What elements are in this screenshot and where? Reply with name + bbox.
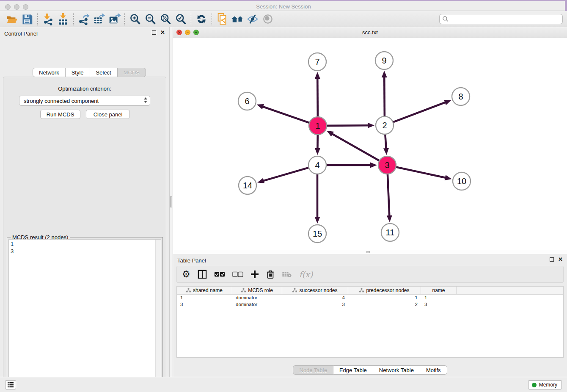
import-network-button[interactable]: [40, 12, 55, 26]
graph-edge-arrowhead: [444, 100, 451, 105]
table-row[interactable]: 1dominator411: [177, 295, 563, 301]
table-cell[interactable]: 3: [177, 301, 232, 308]
close-panel-icon[interactable]: ✕: [160, 30, 165, 35]
mcds-tab-content: Optimization criterion: strongly connect…: [3, 77, 166, 392]
table-cell[interactable]: 3: [421, 301, 457, 308]
table-cell[interactable]: 2: [348, 301, 421, 308]
table-cell[interactable]: 1: [348, 295, 421, 301]
header-filler: [457, 287, 563, 294]
delete-column-icon[interactable]: [266, 269, 275, 280]
table-cell[interactable]: dominator: [232, 301, 282, 308]
memory-button[interactable]: Memory: [528, 380, 562, 389]
zoom-selected-button[interactable]: [173, 12, 188, 26]
float-panel-icon[interactable]: [152, 30, 156, 35]
graph-edge-3-11[interactable]: [388, 174, 389, 216]
column-header-MCDS-role[interactable]: MCDS role: [232, 287, 282, 294]
mcds-result-text[interactable]: 13: [8, 239, 161, 391]
table-panel: Table Panel ✕ ⚙: [173, 254, 567, 377]
tab-style[interactable]: Style: [66, 68, 90, 77]
column-header-label: successor nodes: [299, 287, 337, 293]
network-graph-canvas[interactable]: 7968124314101511: [173, 38, 567, 250]
graph-edge-1-7[interactable]: [317, 78, 318, 117]
open-session-button[interactable]: [4, 12, 19, 26]
table-cell[interactable]: 1: [421, 295, 457, 301]
apply-layout-button[interactable]: [194, 12, 209, 26]
settings-gear-icon[interactable]: ⚙: [182, 269, 190, 280]
hide-selected-button[interactable]: [245, 12, 260, 26]
import-network-icon: [41, 13, 54, 25]
graph-node-label: 2: [382, 121, 387, 130]
tab-mcds[interactable]: MCDS: [118, 68, 146, 77]
float-panel-icon[interactable]: [550, 257, 554, 262]
export-network-button[interactable]: [76, 12, 91, 26]
column-header-shared-name[interactable]: shared name: [177, 287, 232, 294]
new-network-from-selection-button[interactable]: [215, 12, 230, 26]
graph-edge-arrowhead: [445, 175, 452, 180]
table-row[interactable]: 3dominator323: [177, 301, 563, 308]
column-header-successor-nodes[interactable]: successor nodes: [282, 287, 348, 294]
toolbar-separator: [73, 13, 74, 25]
column-header-label: name: [432, 287, 445, 293]
run-mcds-button[interactable]: Run MCDS: [40, 110, 80, 119]
graph-edge-2-9[interactable]: [384, 77, 385, 116]
column-header-name[interactable]: name: [421, 287, 457, 294]
column-header-label: MCDS role: [248, 287, 273, 293]
show-all-button[interactable]: [260, 12, 275, 26]
graph-node-label: 6: [245, 97, 249, 106]
mcds-result-group: MCDS result (2 nodes) 13: [7, 237, 163, 392]
table-cell[interactable]: 4: [282, 295, 348, 301]
result-scrollbar[interactable]: [155, 240, 161, 391]
tab-edge-table[interactable]: Edge Table: [333, 365, 373, 375]
graph-node-label: 3: [385, 160, 389, 170]
graph-edge-arrowhead: [257, 104, 264, 109]
first-neighbors-button[interactable]: [230, 12, 245, 26]
horizontal-split-divider[interactable]: [173, 250, 567, 254]
table-cell[interactable]: dominator: [232, 295, 282, 301]
graph-edge-arrowhead: [315, 72, 320, 79]
graph-edge-3-10[interactable]: [396, 167, 446, 178]
deselect-all-checkboxes-icon[interactable]: [232, 269, 243, 280]
tab-motifs[interactable]: Motifs: [420, 365, 447, 375]
main-toolbar: [0, 11, 567, 27]
search-input[interactable]: [449, 16, 560, 22]
show-column-panel-icon[interactable]: [198, 269, 207, 280]
tab-node-table[interactable]: Node Table: [293, 365, 333, 375]
graph-edge-arrowhead: [257, 178, 264, 183]
table-cell[interactable]: 3: [282, 301, 348, 308]
graph-edge-1-6[interactable]: [262, 106, 309, 123]
zoom-in-button[interactable]: [127, 12, 143, 26]
save-session-button[interactable]: [19, 12, 35, 26]
export-table-button[interactable]: [91, 12, 107, 26]
column-header-label: shared name: [193, 287, 223, 293]
select-all-checkboxes-icon[interactable]: [214, 269, 225, 280]
toolbar-separator: [124, 13, 125, 25]
graph-edge-1-2[interactable]: [327, 125, 369, 126]
vertical-split-divider[interactable]: [169, 27, 173, 377]
export-table-icon: [93, 13, 105, 25]
graph-edge-2-8[interactable]: [393, 102, 446, 122]
graph-edge-2-3[interactable]: [385, 134, 386, 149]
zoom-out-button[interactable]: [143, 12, 158, 26]
criterion-dropdown[interactable]: strongly connected component: [19, 96, 150, 106]
column-header-predecessor-nodes[interactable]: predecessor nodes: [348, 287, 421, 294]
task-history-button[interactable]: [5, 380, 16, 389]
close-panel-icon[interactable]: ✕: [558, 257, 563, 262]
memory-status-dot-icon: [532, 383, 537, 387]
search-field[interactable]: [439, 14, 563, 24]
graph-edge-4-14[interactable]: [263, 168, 308, 181]
close-panel-button[interactable]: Close panel: [86, 110, 130, 119]
zoom-fit-button[interactable]: [158, 12, 173, 26]
add-column-icon[interactable]: [250, 269, 259, 280]
export-image-button[interactable]: [107, 12, 122, 26]
graph-edge-3-1[interactable]: [332, 134, 380, 161]
tab-network-table[interactable]: Network Table: [373, 365, 420, 375]
graph-node-label: 11: [386, 228, 395, 237]
import-table-button[interactable]: [55, 12, 71, 26]
graph-node-label: 1: [315, 121, 320, 130]
open-folder-icon: [6, 13, 18, 25]
toolbar-separator: [191, 13, 191, 25]
table-cell[interactable]: 1: [177, 295, 232, 301]
tab-network[interactable]: Network: [33, 68, 66, 77]
zoom-fit-icon: [160, 13, 171, 25]
tab-select[interactable]: Select: [90, 68, 118, 77]
